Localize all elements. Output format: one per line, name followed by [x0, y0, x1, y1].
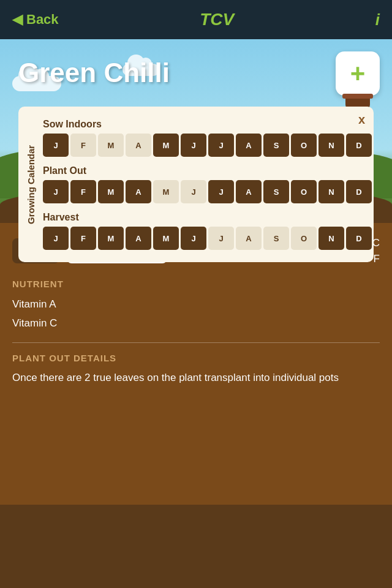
month-cell-2-0[interactable]: J — [43, 227, 69, 250]
month-cell-0-2[interactable]: M — [98, 134, 124, 157]
month-cell-2-2[interactable]: M — [98, 227, 124, 250]
nutrient-item-0: Vitamin A — [12, 295, 380, 314]
info-button[interactable]: i — [375, 10, 380, 29]
month-cell-0-9[interactable]: O — [291, 134, 317, 157]
calendar-row-0: Sow IndoorsJFMAMJJASOND — [43, 119, 372, 157]
growing-calendar-popup: x Growing Calendar Sow IndoorsJFMAMJJASO… — [18, 107, 374, 262]
plant-out-header: PLANT OUT DETAILS — [12, 353, 380, 363]
month-cell-1-7[interactable]: A — [236, 180, 262, 203]
back-label: Back — [26, 12, 59, 28]
month-cell-2-5[interactable]: J — [181, 227, 206, 250]
month-cell-1-0[interactable]: J — [43, 180, 69, 203]
month-cell-2-4[interactable]: M — [153, 227, 179, 250]
month-cell-2-8[interactable]: S — [263, 227, 289, 250]
back-button[interactable]: ◀ Back — [12, 12, 59, 28]
month-cell-2-10[interactable]: N — [318, 227, 344, 250]
calendar-row-label-1: Plant Out — [43, 165, 372, 176]
month-cell-1-4[interactable]: M — [153, 180, 179, 203]
nutrient-list: Vitamin AVitamin C — [12, 295, 380, 333]
month-cell-1-8[interactable]: S — [263, 180, 289, 203]
month-cell-2-6[interactable]: J — [208, 227, 234, 250]
nav-bar: ◀ Back TCV i — [0, 0, 392, 39]
month-cell-2-3[interactable]: A — [126, 227, 151, 250]
month-cell-0-10[interactable]: N — [318, 134, 344, 157]
month-cells-2: JFMAMJJASOND — [43, 227, 372, 250]
month-cells-0: JFMAMJJASOND — [43, 134, 372, 157]
calendar-content: Sow IndoorsJFMAMJJASONDPlant OutJFMAMJJA… — [43, 119, 372, 250]
month-cell-1-10[interactable]: N — [318, 180, 344, 203]
calendar-row-label-0: Sow Indoors — [43, 119, 372, 130]
month-cell-0-0[interactable]: J — [43, 134, 69, 157]
calendar-row-label-2: Harvest — [43, 212, 372, 223]
month-cell-0-7[interactable]: A — [236, 134, 262, 157]
back-arrow-icon: ◀ — [12, 12, 23, 28]
month-cell-0-6[interactable]: J — [208, 134, 234, 157]
month-cell-1-3[interactable]: A — [126, 180, 151, 203]
month-cell-1-5[interactable]: J — [181, 180, 206, 203]
add-plant-button[interactable]: + — [336, 51, 380, 96]
info-panel: Info Tasty Recipes 18°C - 21°C 64°F - 70… — [0, 223, 392, 505]
month-cell-1-2[interactable]: M — [98, 180, 124, 203]
plant-out-description: Once there are 2 true leaves on the plan… — [12, 369, 380, 386]
month-cell-2-9[interactable]: O — [291, 227, 317, 250]
month-cell-1-9[interactable]: O — [291, 180, 317, 203]
plant-name: Green Chilli — [18, 58, 170, 88]
month-cell-2-7[interactable]: A — [236, 227, 262, 250]
month-cell-1-1[interactable]: F — [70, 180, 96, 203]
month-cell-0-3[interactable]: A — [126, 134, 151, 157]
hero-area: Green Chilli + x Growing Calendar Sow In… — [0, 39, 392, 223]
month-cell-0-11[interactable]: D — [346, 134, 372, 157]
calendar-row-2: HarvestJFMAMJJASOND — [43, 212, 372, 250]
month-cell-0-4[interactable]: M — [153, 134, 179, 157]
section-divider — [12, 342, 380, 343]
calendar-side-label: Growing Calendar — [18, 119, 43, 250]
month-cell-2-1[interactable]: F — [70, 227, 96, 250]
month-cell-0-1[interactable]: F — [70, 134, 96, 157]
nav-title: TCV — [200, 10, 234, 29]
calendar-close-button[interactable]: x — [358, 113, 365, 127]
nutrient-item-1: Vitamin C — [12, 314, 380, 333]
month-cell-0-5[interactable]: J — [181, 134, 206, 157]
calendar-row-1: Plant OutJFMAMJJASOND — [43, 165, 372, 203]
month-cell-2-11[interactable]: D — [346, 227, 372, 250]
nutrient-header: NUTRIENT — [12, 279, 380, 289]
plus-icon: + — [350, 61, 366, 86]
month-cell-0-8[interactable]: S — [263, 134, 289, 157]
month-cell-1-6[interactable]: J — [208, 180, 234, 203]
month-cell-1-11[interactable]: D — [346, 180, 372, 203]
month-cells-1: JFMAMJJASOND — [43, 180, 372, 203]
